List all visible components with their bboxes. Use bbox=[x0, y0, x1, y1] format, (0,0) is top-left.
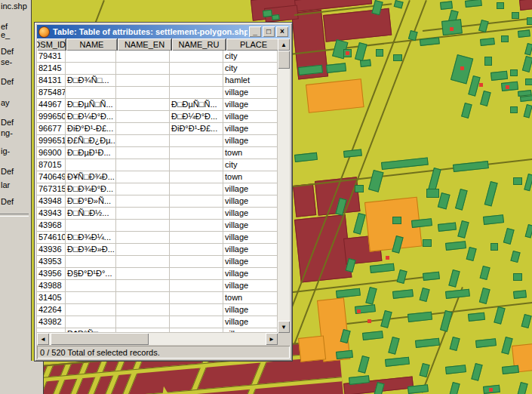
cell-name_en[interactable] bbox=[116, 208, 170, 220]
scroll-down-button[interactable]: ▼ bbox=[278, 321, 290, 333]
column-header-place[interactable]: PLACE bbox=[226, 38, 278, 51]
table-row[interactable]: 84131Ð□Ð¾Ñ□...hamlet bbox=[37, 75, 278, 87]
cell-place[interactable]: village bbox=[223, 123, 278, 135]
cell-name_ru[interactable] bbox=[170, 183, 223, 195]
cell-name[interactable] bbox=[66, 63, 116, 75]
cell-place[interactable]: village bbox=[223, 232, 278, 244]
cell-name_en[interactable] bbox=[116, 304, 170, 316]
cell-osm_id[interactable]: 82145 bbox=[37, 63, 66, 75]
cell-osm_id[interactable]: 43943 bbox=[37, 208, 66, 220]
cell-place[interactable]: city bbox=[223, 51, 278, 63]
cell-name_en[interactable] bbox=[116, 183, 170, 195]
cell-osm_id[interactable]: 84131 bbox=[37, 75, 66, 87]
cell-osm_id[interactable]: 43968 bbox=[37, 220, 66, 232]
cell-osm_id[interactable]: 43953 bbox=[37, 256, 66, 268]
column-header-osm_id[interactable]: OSM_ID bbox=[37, 38, 66, 51]
cell-name_en[interactable] bbox=[116, 51, 170, 63]
table-row[interactable]: 43956Ð§Ð°Ð¹Ð°...village bbox=[37, 268, 278, 280]
cell-name_ru[interactable] bbox=[170, 75, 223, 87]
cell-place[interactable]: village bbox=[223, 208, 278, 220]
column-header-name_en[interactable]: NAME_EN bbox=[118, 38, 172, 51]
cell-name_en[interactable] bbox=[116, 171, 170, 183]
cell-name_ru[interactable] bbox=[170, 232, 223, 244]
cell-osm_id[interactable]: 740649 bbox=[37, 171, 66, 183]
table-row[interactable]: 96677ÐiÐ°Ð¹-Ð£...ÐiÐ°Ð¹-Ð£...village bbox=[37, 123, 278, 135]
cell-osm_id[interactable]: 43982 bbox=[37, 316, 66, 328]
cell-place[interactable]: village bbox=[223, 183, 278, 195]
cell-name_ru[interactable] bbox=[170, 256, 223, 268]
table-row[interactable]: 875487village bbox=[37, 87, 278, 99]
cell-name_ru[interactable] bbox=[170, 220, 223, 232]
table-row[interactable]: 42264village bbox=[37, 304, 278, 316]
cell-place[interactable]: town bbox=[223, 147, 278, 159]
minimize-button[interactable]: _ bbox=[249, 26, 261, 37]
cell-place[interactable]: village bbox=[223, 280, 278, 292]
cell-name_en[interactable] bbox=[116, 135, 170, 147]
cell-name_ru[interactable] bbox=[170, 292, 223, 304]
cell-osm_id[interactable]: 31405 bbox=[37, 292, 66, 304]
table-row[interactable]: 44967Ð□ÐµÑ□Ñ...Ð□ÐµÑ□Ñ...village bbox=[37, 99, 278, 111]
cell-name[interactable] bbox=[66, 256, 116, 268]
cell-name[interactable] bbox=[66, 304, 116, 316]
cell-name[interactable]: ÐiÐ°Ð¹-Ð£... bbox=[66, 123, 116, 135]
close-button[interactable]: × bbox=[276, 26, 288, 37]
cell-osm_id[interactable]: 574610 bbox=[37, 232, 66, 244]
horizontal-scrollbar[interactable]: ◄ ► bbox=[37, 333, 278, 345]
table-row[interactable]: 43968village bbox=[37, 220, 278, 232]
cell-name[interactable]: Ð□Ð¾Ñ□... bbox=[66, 75, 116, 87]
table-row[interactable]: 31405town bbox=[37, 292, 278, 304]
vertical-scrollbar[interactable]: ▲ ▼ bbox=[278, 38, 290, 333]
cell-name_en[interactable] bbox=[116, 123, 170, 135]
table-row[interactable]: 740649Ð¥Ñ□Ð¾Ð...town bbox=[37, 171, 278, 183]
cell-name_ru[interactable] bbox=[170, 280, 223, 292]
cell-osm_id[interactable]: 96900 bbox=[37, 147, 66, 159]
cell-name_en[interactable] bbox=[116, 99, 170, 111]
table-row[interactable]: 43982village bbox=[37, 316, 278, 328]
cell-osm_id[interactable]: 79431 bbox=[37, 51, 66, 63]
cell-name[interactable]: Ð□Ð¼Ð°Ð... bbox=[66, 111, 116, 123]
cell-osm_id[interactable]: 43936 bbox=[37, 244, 66, 256]
cell-name_en[interactable] bbox=[116, 268, 170, 280]
cell-name[interactable]: Ð□Ð¾Ð»Ð... bbox=[66, 244, 116, 256]
cell-place[interactable]: village bbox=[223, 256, 278, 268]
maximize-button[interactable]: □ bbox=[263, 26, 275, 37]
cell-name_ru[interactable] bbox=[170, 268, 223, 280]
scroll-right-button[interactable]: ► bbox=[266, 333, 278, 345]
cell-osm_id[interactable]: 43948 bbox=[37, 195, 66, 208]
cell-name[interactable] bbox=[66, 220, 116, 232]
table-row[interactable]: 82145city bbox=[37, 63, 278, 75]
cell-name_en[interactable] bbox=[116, 159, 170, 171]
cell-name_en[interactable] bbox=[116, 195, 170, 208]
cell-name[interactable] bbox=[66, 159, 116, 171]
table-row[interactable]: 43936Ð□Ð¾Ð»Ð...village bbox=[37, 244, 278, 256]
cell-place[interactable]: village bbox=[223, 244, 278, 256]
table-row[interactable]: 999650Ð□Ð¼Ð°Ð...Ð□Ð¼Ð°Ð...village bbox=[37, 111, 278, 123]
cell-name_en[interactable] bbox=[116, 63, 170, 75]
cell-name[interactable] bbox=[66, 292, 116, 304]
cell-name_ru[interactable] bbox=[170, 195, 223, 208]
table-row[interactable]: 999651Ð£Ñ□Ð¿Ðµ...village bbox=[37, 135, 278, 147]
cell-name_en[interactable] bbox=[116, 244, 170, 256]
cell-name[interactable]: Ð□Ñ□Ð½... bbox=[66, 208, 116, 220]
cell-name_en[interactable] bbox=[116, 147, 170, 159]
scroll-left-button[interactable]: ◄ bbox=[37, 333, 49, 345]
cell-name_en[interactable] bbox=[116, 75, 170, 87]
cell-name_ru[interactable] bbox=[170, 63, 223, 75]
cell-osm_id[interactable]: 42264 bbox=[37, 304, 66, 316]
cell-name_ru[interactable] bbox=[170, 147, 223, 159]
cell-name_ru[interactable]: ÐiÐ°Ð¹-Ð£... bbox=[170, 123, 223, 135]
vertical-scroll-thumb[interactable] bbox=[278, 51, 290, 69]
cell-name_en[interactable] bbox=[116, 232, 170, 244]
cell-name[interactable] bbox=[66, 51, 116, 63]
cell-osm_id[interactable]: 767315 bbox=[37, 183, 66, 195]
cell-place[interactable]: village bbox=[223, 304, 278, 316]
cell-place[interactable]: hamlet bbox=[223, 75, 278, 87]
cell-osm_id[interactable]: 43956 bbox=[37, 268, 66, 280]
cell-name_en[interactable] bbox=[116, 87, 170, 99]
cell-name_ru[interactable] bbox=[170, 244, 223, 256]
cell-place[interactable]: village bbox=[223, 316, 278, 328]
cell-name_en[interactable] bbox=[116, 256, 170, 268]
cell-name_en[interactable] bbox=[116, 292, 170, 304]
column-header-name[interactable]: NAME bbox=[66, 38, 118, 51]
cell-osm_id[interactable]: 999651 bbox=[37, 135, 66, 147]
